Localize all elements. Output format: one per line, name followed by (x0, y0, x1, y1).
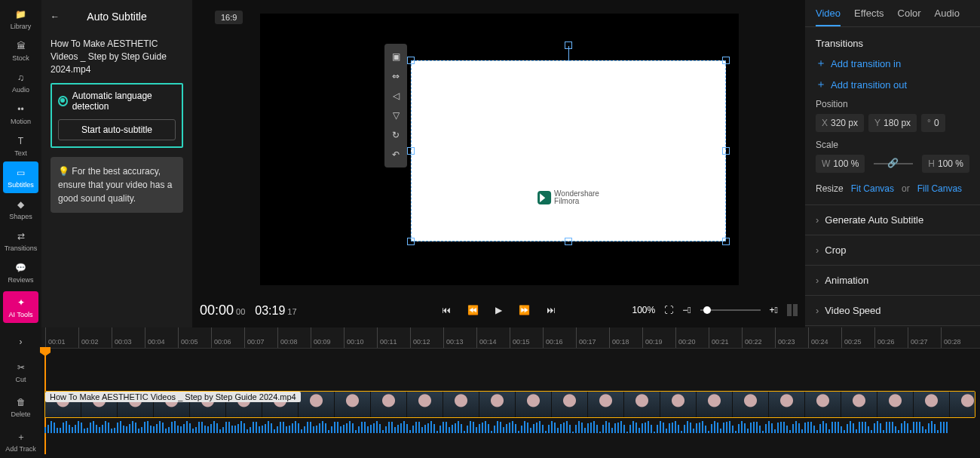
timeline-ruler[interactable]: 00:0100:0200:0300:0400:0500:0600:0700:08… (41, 327, 980, 349)
handle-bm[interactable] (565, 238, 572, 245)
tab-effects[interactable]: Effects (854, 8, 884, 26)
plus-icon: ＋ (816, 57, 826, 70)
fill-canvas-link[interactable]: Fill Canvas (917, 183, 962, 194)
clip-thumb (769, 392, 805, 417)
handle-bl[interactable] (407, 238, 415, 245)
rail-library[interactable]: 📁Library (0, 3, 41, 35)
handle-tr[interactable] (722, 57, 730, 64)
fullscreen-button[interactable]: ⛶ (664, 305, 673, 315)
start-auto-subtitle-button[interactable]: Start auto-subtitle (58, 119, 176, 140)
video-clip[interactable]: How To Make AESTHETIC Videos _ Step by S… (44, 391, 975, 418)
fit-canvas-link[interactable]: Fit Canvas (851, 183, 894, 194)
crop-tool-icon[interactable]: ▣ (389, 50, 403, 63)
skip-end-button[interactable]: ⏭ (547, 305, 556, 315)
rotation-field[interactable]: °0 (921, 114, 945, 132)
rail-subtitles[interactable]: ▭Subtitles (3, 161, 38, 193)
clip-thumb (805, 392, 841, 417)
auto-detect-row[interactable]: Automatic language detection (58, 91, 176, 112)
handle-br[interactable] (722, 238, 730, 245)
acc-crop[interactable]: ›Crop (805, 235, 980, 266)
acc-animation-label: Animation (825, 275, 868, 286)
plus-track-icon: ＋ (14, 430, 28, 444)
track-area[interactable]: How To Make AESTHETIC Videos _ Step by S… (41, 349, 980, 432)
rail-shapes[interactable]: ◆Shapes (0, 193, 41, 225)
zoom-in-button[interactable]: +⃝ (770, 305, 778, 315)
add-transition-in[interactable]: ＋Add transition in (816, 57, 969, 70)
clip-thumb (877, 392, 914, 417)
add-transition-out[interactable]: ＋Add transition out (816, 78, 969, 91)
y-value: 180 px (884, 118, 911, 128)
selected-clip-frame[interactable]: Wondershare Filmora (411, 60, 726, 241)
rail-cut[interactable]: ✂Cut (0, 355, 41, 389)
aspect-ratio-chip[interactable]: 16:9 (215, 11, 243, 24)
position-y-field[interactable]: Y180 px (868, 114, 917, 132)
lock-icon[interactable]: 🔗 (887, 158, 899, 170)
skip-start-button[interactable]: ⏮ (442, 305, 451, 315)
forward-button[interactable]: ⏩ (519, 305, 530, 315)
clip-label: How To Make AESTHETIC Videos _ Step by S… (45, 392, 301, 402)
ruler-tick: 00:11 (377, 327, 378, 348)
acc-video-speed[interactable]: ›Video Speed (805, 296, 980, 326)
undo-icon[interactable]: ↶ (389, 148, 403, 161)
rail-ai-tools[interactable]: ✦AI Tools (3, 291, 38, 323)
tab-video[interactable]: Video (816, 8, 841, 26)
clip-thumb (733, 392, 769, 417)
flip-h-icon[interactable]: ◁ (389, 89, 403, 103)
rail-motion[interactable]: ••Motion (0, 98, 41, 130)
ruler-label: 00:22 (745, 338, 762, 346)
rotate-handle[interactable] (565, 41, 572, 49)
tab-audio[interactable]: Audio (935, 8, 960, 26)
handle-mr[interactable] (722, 147, 730, 155)
rail-audio[interactable]: ♫Audio (0, 66, 41, 98)
clip-thumb (914, 392, 950, 417)
flip-v-icon[interactable]: ▽ (389, 109, 403, 122)
ruler-tick: 00:22 (742, 327, 743, 348)
ruler-label: 00:06 (214, 338, 231, 346)
rail-stock[interactable]: 🏛Stock (0, 35, 41, 66)
fit-tool-icon[interactable]: ⇔ (389, 69, 403, 83)
back-button[interactable]: ← (51, 11, 60, 22)
scale-slider[interactable]: 🔗 (874, 163, 913, 164)
ruler-label: 00:19 (645, 338, 663, 346)
rail-expand-toggle[interactable]: › (0, 329, 41, 355)
handle-tl[interactable] (407, 57, 415, 64)
clip-thumb (841, 392, 877, 417)
timecode: 00:00 00 03:19 17 (200, 303, 297, 318)
compare-button[interactable] (787, 304, 798, 316)
rail-reviews[interactable]: 💬Reviews (0, 257, 41, 288)
clip-thumb (335, 392, 371, 417)
scale-h-field[interactable]: H100 % (922, 155, 969, 173)
motion-icon: •• (14, 103, 28, 116)
scale-w-field[interactable]: W100 % (816, 155, 865, 173)
panel-title: Auto Subtitle (87, 11, 146, 23)
zoom-slider[interactable] (700, 309, 761, 311)
ruler-tick: 00:01 (45, 327, 46, 348)
clip-thumb (443, 392, 479, 417)
ruler-label: 00:24 (811, 338, 828, 346)
zoom-out-button[interactable]: −⃝ (682, 305, 691, 315)
ruler-tick: 00:02 (78, 327, 79, 348)
rail-add-track[interactable]: ＋Add Track (0, 424, 41, 458)
rotate-cw-icon[interactable]: ↻ (389, 128, 403, 142)
rail-delete[interactable]: 🗑Delete (0, 389, 41, 424)
rewind-button[interactable]: ⏪ (467, 305, 479, 315)
clip-thumb (588, 392, 624, 417)
zoom-thumb[interactable] (703, 306, 711, 314)
rail-subtitles-label: Subtitles (8, 181, 34, 189)
play-button[interactable]: ▶ (495, 305, 502, 315)
tab-color[interactable]: Color (898, 8, 921, 26)
acc-animation[interactable]: ›Animation (805, 266, 980, 296)
playhead-handle-icon[interactable] (40, 347, 51, 356)
rail-transitions-label: Transitions (5, 244, 38, 252)
ruler-label: 00:12 (413, 338, 430, 346)
rot-value: 0 (934, 118, 939, 128)
rail-transitions[interactable]: ⇄Transitions (0, 225, 41, 257)
acc-speed-label: Video Speed (825, 305, 880, 316)
rail-motion-label: Motion (11, 118, 31, 125)
acc-generate-auto-subtitle[interactable]: ›Generate Auto Subtitle (805, 205, 980, 235)
handle-ml[interactable] (407, 147, 415, 155)
ruler-label: 00:03 (115, 338, 132, 346)
rail-text[interactable]: TText (0, 130, 41, 161)
position-x-field[interactable]: X320 px (816, 114, 864, 132)
rail-reviews-label: Reviews (8, 276, 33, 284)
